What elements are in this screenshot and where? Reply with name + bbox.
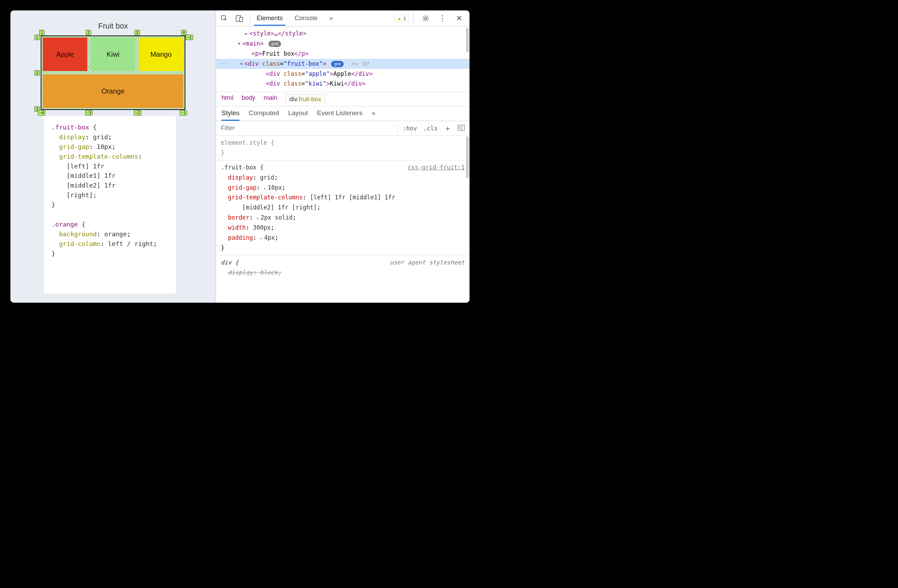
cls-toggle[interactable]: .cls — [423, 125, 438, 132]
grid-col-label: 3 — [135, 30, 140, 35]
rule-source-link[interactable]: css-grid-fruit:1 — [407, 163, 464, 172]
grid-col-label: 1 — [39, 30, 45, 35]
rule-selector: div { — [221, 259, 238, 266]
page-title: Fruit box — [98, 22, 128, 31]
cell-kiwi: Kiwi — [91, 38, 135, 71]
cell-mango: Mango — [139, 38, 183, 71]
svg-rect-13 — [462, 125, 464, 130]
grid-col-label: −1 — [180, 110, 187, 115]
rule-selector[interactable]: .fruit-box { — [221, 164, 264, 171]
tabs-overflow-icon[interactable]: » — [327, 11, 336, 26]
css-declaration[interactable]: display: grid; — [221, 172, 464, 183]
page-preview: Fruit box Apple Kiwi Mango Orange 1 2 3 … — [11, 11, 215, 303]
grid-row-label: 3 — [34, 106, 40, 112]
code-example: .fruit-box { display: grid; grid-gap: 10… — [44, 116, 176, 294]
breadcrumb: html body main div.fruit-box — [216, 92, 469, 106]
filter-input[interactable] — [216, 121, 398, 135]
subtab-computed[interactable]: Computed — [249, 109, 279, 121]
svg-line-9 — [427, 20, 428, 20]
css-declaration[interactable]: border: 2px solid; — [221, 212, 464, 223]
scrollbar[interactable] — [466, 28, 469, 52]
css-declaration[interactable]: width: 300px; — [221, 223, 464, 233]
hov-toggle[interactable]: :hov — [403, 125, 417, 132]
tab-elements[interactable]: Elements — [254, 11, 286, 26]
crumb-html[interactable]: html — [221, 94, 234, 104]
kebab-icon[interactable]: ⋮ — [435, 11, 449, 25]
warning-count: 1 — [403, 15, 406, 21]
subtabs-overflow-icon[interactable]: » — [371, 109, 375, 121]
grid-overlay: Apple Kiwi Mango Orange 1 2 3 4 1 2 3 −1… — [41, 35, 185, 110]
toggle-sidebar-icon[interactable] — [458, 125, 464, 132]
dom-row-actions-icon[interactable]: ⋯ — [216, 59, 229, 69]
svg-line-11 — [427, 16, 428, 17]
grid-col-label: 2 — [86, 30, 91, 35]
element-style-header[interactable]: element.style { — [221, 139, 274, 146]
scrollbar[interactable] — [466, 136, 469, 178]
styles-pane[interactable]: element.style { } css-grid-fruit:1 .frui… — [216, 136, 469, 303]
grid-col-label: −4 — [38, 110, 45, 115]
svg-line-8 — [424, 16, 424, 17]
cell-apple: Apple — [43, 38, 87, 71]
cell-orange: Orange — [43, 74, 183, 108]
dom-tree[interactable]: ▸<style>…</style> ▾<main> grid <p>Fruit … — [216, 26, 469, 92]
css-declaration[interactable]: grid-template-columns: [left] 1fr [middl… — [221, 192, 464, 212]
new-rule-icon[interactable]: ＋ — [444, 123, 451, 134]
svg-line-10 — [424, 20, 424, 20]
grid-row-label: 1 — [34, 35, 40, 40]
grid-badge[interactable]: grid — [331, 61, 344, 67]
gear-icon[interactable] — [419, 11, 433, 25]
styles-subtabs: Styles Computed Layout Event Listeners » — [216, 106, 469, 121]
subtab-layout[interactable]: Layout — [288, 109, 308, 121]
svg-point-3 — [424, 17, 427, 19]
crumb-body[interactable]: body — [242, 94, 255, 104]
code-selector: .orange — [51, 220, 78, 228]
grid-badge[interactable]: grid — [269, 41, 281, 47]
svg-rect-2 — [240, 17, 243, 22]
css-declaration[interactable]: grid-gap: 10px; — [221, 183, 464, 193]
tab-console[interactable]: Console — [292, 11, 320, 26]
subtab-events[interactable]: Event Listeners — [317, 109, 362, 121]
warnings-badge[interactable]: ▲ 1 — [394, 14, 409, 22]
code-selector: .fruit-box — [51, 123, 89, 131]
crumb-active[interactable]: div.fruit-box — [286, 94, 325, 104]
fruit-box-grid: Apple Kiwi Mango Orange — [41, 35, 185, 110]
devtools-window: Fruit box Apple Kiwi Mango Orange 1 2 3 … — [11, 11, 469, 303]
grid-col-label: −2 — [134, 110, 141, 115]
dom-selected-row[interactable]: ⋯ ▾<div class="fruit-box"> grid == $0 — [216, 59, 469, 69]
device-toggle-icon[interactable] — [233, 11, 247, 25]
close-icon[interactable]: ✕ — [452, 11, 466, 25]
subtab-styles[interactable]: Styles — [221, 109, 240, 121]
inspect-icon[interactable] — [217, 11, 231, 25]
warning-icon: ▲ — [397, 15, 402, 21]
grid-row-label: 2 — [34, 70, 40, 75]
devtools-toolbar: Elements Console » ▲ 1 ⋮ ✕ — [216, 11, 469, 26]
css-declaration[interactable]: padding: 4px; — [221, 233, 464, 243]
grid-row-label: −1 — [186, 35, 193, 40]
styles-filter-row: :hov .cls ＋ — [216, 121, 469, 136]
grid-col-label: 4 — [181, 30, 186, 35]
crumb-main[interactable]: main — [264, 94, 277, 104]
grid-col-label: −3 — [85, 110, 92, 115]
ua-label: user agent stylesheet — [390, 257, 464, 268]
devtools-panel: Elements Console » ▲ 1 ⋮ ✕ ▸<style>…</s — [215, 11, 469, 303]
devtools-tabs: Elements Console » — [254, 11, 336, 26]
